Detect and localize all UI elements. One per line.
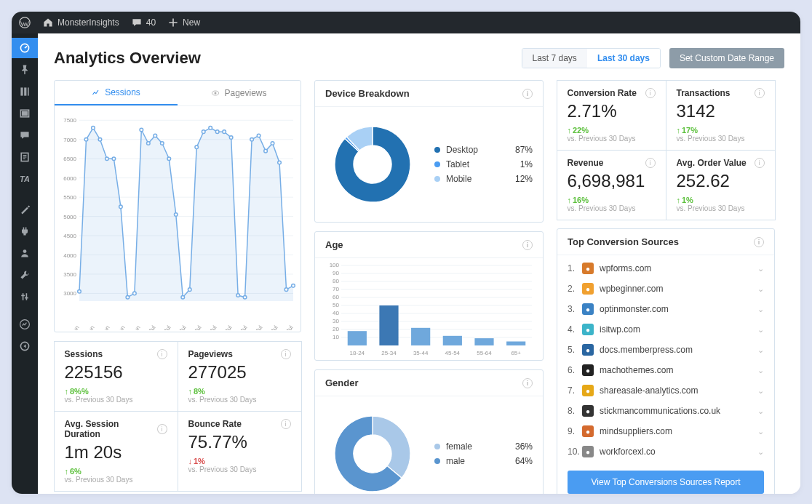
source-row[interactable]: 3.●optinmonster.com⌄ (557, 299, 774, 319)
info-icon[interactable]: i (754, 237, 764, 247)
svg-point-56 (209, 127, 212, 130)
svg-rect-104 (348, 331, 367, 345)
svg-text:25-34: 25-34 (381, 350, 397, 356)
chevron-down-icon: ⌄ (757, 366, 764, 375)
wp-logo[interactable] (12, 17, 36, 28)
svg-rect-106 (379, 305, 398, 345)
custom-date-range-button[interactable]: Set Custom Date Range (669, 48, 784, 68)
source-row[interactable]: 9.●mindsuppliers.com⌄ (557, 421, 774, 441)
info-icon[interactable]: i (522, 378, 533, 388)
view-sources-report-button[interactable]: View Top Conversions Sources Report (568, 471, 764, 494)
source-row[interactable]: 2.●wpbeginner.com⌄ (557, 279, 774, 299)
sidebar-pin[interactable] (12, 60, 38, 80)
chevron-down-icon: ⌄ (757, 427, 764, 436)
svg-text:40: 40 (333, 310, 339, 316)
svg-text:18 Jul: 18 Jul (265, 324, 279, 330)
sidebar-appearance[interactable] (12, 199, 38, 220)
legend-item: Mobile12% (434, 174, 533, 184)
kpi-transactions: Transactionsi 3142 ↑ 17% vs. Previous 30… (666, 80, 776, 151)
source-row[interactable]: 5.●docs.memberpress.com⌄ (557, 340, 774, 360)
sidebar-ta[interactable]: TA (12, 169, 38, 189)
source-row[interactable]: 7.●shareasale-analytics.com⌄ (557, 380, 774, 401)
sidebar-users[interactable] (12, 243, 38, 263)
sidebar-tools[interactable] (12, 265, 38, 285)
svg-rect-9 (23, 293, 24, 300)
svg-point-54 (195, 145, 199, 149)
page-title: Analytics Overview (54, 49, 201, 68)
date-range-tabs: Last 7 days Last 30 days (522, 48, 661, 68)
gender-donut-chart (325, 407, 420, 494)
svg-text:22 Jun: 22 Jun (65, 324, 80, 330)
svg-point-51 (174, 213, 178, 217)
device-donut-chart (325, 117, 420, 212)
svg-point-60 (236, 294, 240, 297)
sidebar-settings[interactable] (12, 287, 38, 307)
sidebar-insights[interactable] (12, 314, 38, 335)
source-row[interactable]: 8.●stickmancommunications.co.uk⌄ (557, 401, 774, 421)
svg-text:26 Jun: 26 Jun (95, 324, 111, 330)
source-row[interactable]: 1.●wpforms.com⌄ (557, 258, 774, 279)
info-icon[interactable]: i (522, 240, 533, 250)
gender-card: Genderi female36%male64% (314, 369, 544, 494)
svg-text:4000: 4000 (63, 252, 76, 259)
comments-link[interactable]: 40 (125, 17, 162, 28)
site-home[interactable]: MonsterInsights (36, 17, 125, 28)
svg-text:65+: 65+ (511, 350, 521, 356)
sidebar-collapse[interactable] (12, 336, 38, 356)
svg-text:60: 60 (333, 294, 339, 300)
svg-rect-112 (474, 338, 493, 345)
sidebar-forms[interactable] (12, 147, 38, 167)
info-icon[interactable]: i (522, 89, 533, 99)
info-icon[interactable]: i (755, 158, 765, 168)
chevron-down-icon: ⌄ (757, 447, 764, 457)
svg-rect-110 (443, 336, 462, 345)
info-icon[interactable]: i (281, 419, 291, 429)
sessions-line-chart: 3000350040004500500055006000650070007500… (59, 112, 298, 330)
svg-point-55 (202, 130, 205, 134)
sidebar-dashboard[interactable] (12, 38, 38, 58)
svg-text:6 Jul: 6 Jul (175, 324, 188, 330)
source-row[interactable]: 4.●isitwp.com⌄ (557, 319, 774, 340)
svg-point-49 (161, 142, 164, 145)
svg-text:30 Jun: 30 Jun (126, 324, 141, 330)
age-card: Agei 10203040506070809010018-2425-3435-4… (314, 231, 544, 361)
svg-text:7000: 7000 (63, 137, 76, 143)
svg-text:28 Jun: 28 Jun (111, 324, 126, 330)
stat-avg-session: Avg. Session Durationi 1m 20s ↑ 6% vs. P… (54, 411, 178, 492)
new-content[interactable]: New (162, 17, 206, 28)
sidebar-plugins[interactable] (12, 221, 38, 241)
svg-point-46 (140, 128, 143, 132)
info-icon[interactable]: i (755, 88, 765, 98)
svg-point-52 (181, 295, 185, 299)
tab-last-7-days[interactable]: Last 7 days (522, 49, 587, 68)
info-icon[interactable]: i (157, 424, 167, 434)
info-icon[interactable]: i (157, 349, 167, 359)
svg-point-64 (264, 149, 268, 153)
svg-text:5000: 5000 (63, 214, 76, 220)
source-row[interactable]: 10.●workforcexl.co⌄ (557, 441, 774, 462)
chart-tab-sessions[interactable]: Sessions (55, 81, 178, 105)
chevron-down-icon: ⌄ (757, 264, 764, 273)
svg-point-41 (106, 157, 109, 161)
tab-last-30-days[interactable]: Last 30 days (587, 49, 660, 68)
svg-point-37 (78, 289, 81, 293)
age-bar-chart: 10203040506070809010018-2425-3435-4445-5… (325, 263, 536, 357)
svg-rect-10 (26, 293, 28, 300)
sidebar-media[interactable] (12, 103, 38, 124)
eye-icon (211, 89, 220, 97)
svg-rect-12 (25, 297, 28, 299)
source-row[interactable]: 6.●machothemes.com⌄ (557, 360, 774, 380)
sidebar-comments[interactable] (12, 125, 38, 145)
svg-text:4 Jul: 4 Jul (160, 324, 172, 330)
sessions-chart-card: Sessions Pageviews 300035004000450050005… (54, 80, 301, 332)
svg-text:6000: 6000 (63, 175, 76, 182)
svg-text:6500: 6500 (63, 156, 76, 162)
info-icon[interactable]: i (645, 158, 656, 168)
chart-tab-pageviews[interactable]: Pageviews (178, 81, 300, 105)
sidebar-posts[interactable] (12, 81, 38, 102)
chevron-down-icon: ⌄ (757, 407, 764, 416)
info-icon[interactable]: i (281, 349, 291, 359)
info-icon[interactable]: i (645, 88, 656, 98)
svg-rect-3 (24, 87, 26, 95)
svg-text:3500: 3500 (63, 271, 76, 278)
